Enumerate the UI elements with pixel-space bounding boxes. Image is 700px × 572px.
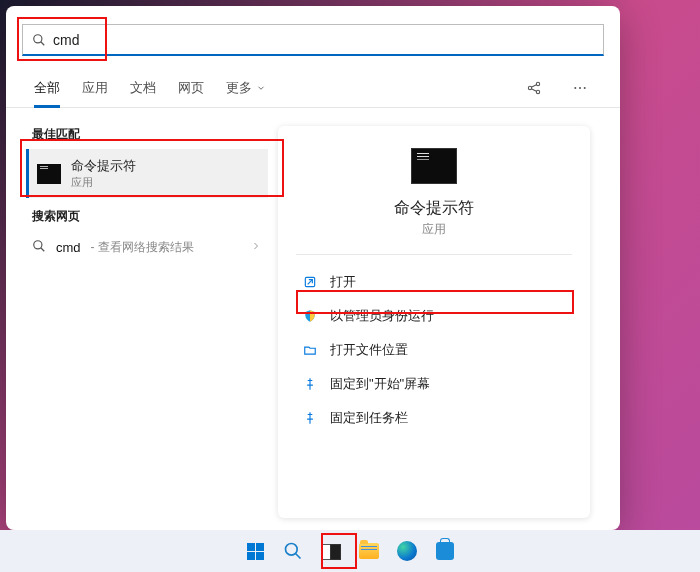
svg-point-8 <box>579 87 581 89</box>
action-pin-start[interactable]: 固定到"开始"屏幕 <box>296 367 572 401</box>
actions-list: 打开 以管理员身份运行 打开文件位置 <box>296 265 572 435</box>
file-explorer-button[interactable] <box>352 534 386 568</box>
best-match-title: 命令提示符 <box>71 157 136 175</box>
share-icon[interactable] <box>522 76 546 100</box>
windows-logo-icon <box>247 543 264 560</box>
svg-point-14 <box>286 544 298 556</box>
start-button[interactable] <box>238 534 272 568</box>
tab-apps[interactable]: 应用 <box>82 68 108 107</box>
search-web-header: 搜索网页 <box>32 208 268 225</box>
tab-web[interactable]: 网页 <box>178 68 204 107</box>
search-window: 全部 应用 文档 网页 更多 最佳匹配 命令提示符 <box>6 6 620 530</box>
open-icon <box>302 274 318 290</box>
store-icon <box>436 542 454 560</box>
svg-point-10 <box>34 241 42 249</box>
svg-line-15 <box>296 554 301 559</box>
action-label: 打开文件位置 <box>330 341 408 359</box>
svg-point-3 <box>536 82 539 85</box>
best-match-subtitle: 应用 <box>71 175 136 190</box>
search-icon <box>32 239 46 256</box>
pin-icon <box>302 410 318 426</box>
preview-card: 命令提示符 应用 打开 <box>278 126 590 518</box>
search-bar[interactable] <box>22 24 604 56</box>
web-search-suffix: - 查看网络搜索结果 <box>91 239 194 256</box>
search-input[interactable] <box>47 32 595 48</box>
tab-documents[interactable]: 文档 <box>130 68 156 107</box>
svg-line-1 <box>41 41 45 45</box>
results-column: 最佳匹配 命令提示符 应用 搜索网页 cmd - 查看网络搜索结果 <box>6 108 278 530</box>
preview-title: 命令提示符 <box>394 198 474 219</box>
action-open[interactable]: 打开 <box>296 265 572 299</box>
svg-point-7 <box>574 87 576 89</box>
action-label: 打开 <box>330 273 356 291</box>
chevron-right-icon <box>250 240 262 255</box>
svg-point-0 <box>34 34 42 42</box>
filter-tabs: 全部 应用 文档 网页 更多 <box>6 68 620 108</box>
cmd-icon <box>37 164 61 184</box>
tab-all[interactable]: 全部 <box>34 68 60 107</box>
svg-line-13 <box>308 280 313 285</box>
action-label: 以管理员身份运行 <box>330 307 434 325</box>
search-bar-container <box>6 6 620 68</box>
svg-line-5 <box>531 84 536 87</box>
tab-more[interactable]: 更多 <box>226 68 266 107</box>
search-icon <box>283 541 303 561</box>
action-pin-taskbar[interactable]: 固定到任务栏 <box>296 401 572 435</box>
edge-icon <box>397 541 417 561</box>
taskbar <box>0 530 700 572</box>
taskbar-search-button[interactable] <box>276 534 310 568</box>
search-icon <box>31 32 47 48</box>
action-label: 固定到"开始"屏幕 <box>330 375 430 393</box>
svg-line-6 <box>531 88 536 91</box>
cmd-icon <box>411 148 457 184</box>
action-run-admin[interactable]: 以管理员身份运行 <box>296 299 572 333</box>
best-match-header: 最佳匹配 <box>32 126 268 143</box>
svg-point-4 <box>536 90 539 93</box>
taskview-icon <box>321 544 341 558</box>
preview-subtitle: 应用 <box>422 221 446 238</box>
folder-icon <box>359 543 379 559</box>
svg-line-11 <box>41 248 45 252</box>
store-button[interactable] <box>428 534 462 568</box>
best-match-item[interactable]: 命令提示符 应用 <box>26 149 268 198</box>
web-search-item[interactable]: cmd - 查看网络搜索结果 <box>26 231 268 264</box>
pin-icon <box>302 376 318 392</box>
folder-icon <box>302 342 318 358</box>
action-label: 固定到任务栏 <box>330 409 408 427</box>
more-options-icon[interactable] <box>568 76 592 100</box>
taskview-button[interactable] <box>314 534 348 568</box>
shield-icon <box>302 308 318 324</box>
svg-point-9 <box>584 87 586 89</box>
web-search-term: cmd <box>56 240 81 255</box>
edge-button[interactable] <box>390 534 424 568</box>
preview-column: 命令提示符 应用 打开 <box>278 108 620 530</box>
action-open-location[interactable]: 打开文件位置 <box>296 333 572 367</box>
